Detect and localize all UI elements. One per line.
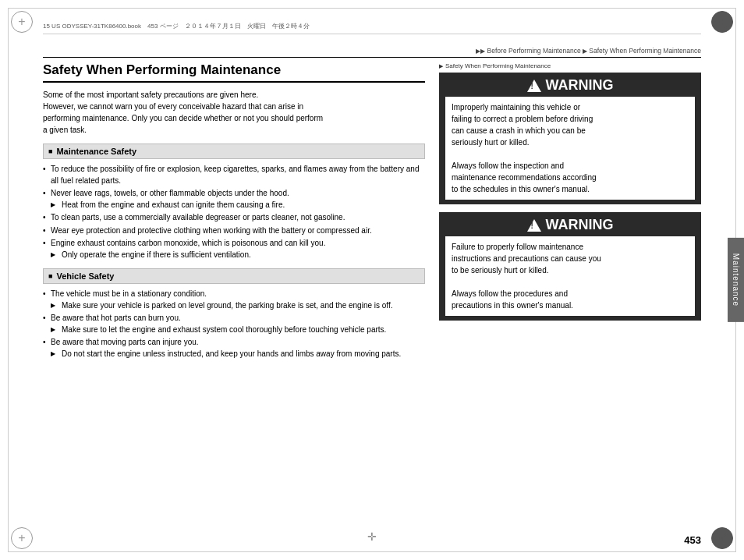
warning-box-1: WARNING Improperly maintaining this vehi… — [439, 73, 701, 204]
list-item: The vehicle must be in a stationary cond… — [43, 289, 425, 311]
corner-circle-tr — [711, 11, 733, 33]
breadcrumb-part2: Safety When Performing Maintenance — [589, 47, 701, 55]
left-column: Safety When Performing Maintenance Some … — [43, 62, 425, 525]
right-column: Safety When Performing Maintenance WARNI… — [439, 62, 701, 525]
sub-item: Make sure to let the engine and exhaust … — [51, 324, 425, 336]
intro-line2: However, we cannot warn you of every con… — [43, 102, 303, 111]
list-item: Be aware that moving parts can injure yo… — [43, 337, 425, 360]
corner-circle-tl — [11, 11, 33, 33]
top-meta: 15 US ODYSSEY-31TK86400.book 453 ページ ２０１… — [43, 22, 701, 34]
bottom-cross-icon: ✛ — [367, 530, 377, 543]
vehicle-safety-header: Vehicle Safety — [43, 268, 425, 284]
sub-item: Only operate the engine if there is suff… — [51, 250, 425, 261]
intro-line3: performing maintenance. Only you can dec… — [43, 114, 323, 122]
right-col-label: Safety When Performing Maintenance — [439, 62, 701, 69]
warning-triangle-icon-2 — [527, 219, 541, 232]
vehicle-safety-label: Vehicle Safety — [56, 271, 114, 281]
breadcrumb-part1: Before Performing Maintenance — [487, 47, 581, 55]
list-item: Engine exhaust contains carbon monoxide,… — [43, 238, 425, 261]
maintenance-safety-label: Maintenance Safety — [56, 147, 136, 156]
list-item: To clean parts, use a commercially avail… — [43, 212, 425, 224]
warning-title-2: WARNING — [445, 215, 695, 236]
sub-item: Do not start the engine unless instructe… — [51, 349, 425, 360]
maintenance-safety-list: To reduce the possibility of fire or exp… — [43, 164, 425, 261]
warning-triangle-icon-1 — [527, 80, 541, 92]
page-title: Safety When Performing Maintenance — [43, 62, 425, 83]
corner-circle-br — [711, 527, 733, 549]
right-col-label-text: Safety When Performing Maintenance — [445, 62, 551, 69]
breadcrumb: ▶▶ Before Performing Maintenance ▶ Safet… — [43, 47, 701, 58]
list-item: Wear eye protection and protective cloth… — [43, 225, 425, 237]
warning-title-1: WARNING — [445, 76, 695, 97]
page-number: 453 — [684, 534, 701, 546]
corner-circle-bl — [11, 527, 33, 549]
list-item: To reduce the possibility of fire or exp… — [43, 164, 425, 186]
warning-label-2: WARNING — [546, 217, 614, 233]
list-item: Never leave rags, towels, or other flamm… — [43, 188, 425, 211]
warning-body-2: Failure to properly follow maintenance i… — [445, 236, 695, 316]
vehicle-safety-list: The vehicle must be in a stationary cond… — [43, 289, 425, 360]
intro-text: Some of the most important safety precau… — [43, 89, 425, 136]
sub-item: Heat from the engine and exhaust can ign… — [51, 200, 425, 211]
warning-body-1: Improperly maintaining this vehicle or f… — [445, 97, 695, 200]
content-area: Safety When Performing Maintenance Some … — [43, 62, 701, 525]
sub-item: Make sure your vehicle is parked on leve… — [51, 300, 425, 312]
intro-line1: Some of the most important safety precau… — [43, 90, 258, 99]
warning-box-2: WARNING Failure to properly follow maint… — [439, 212, 701, 321]
file-info: 15 US ODYSSEY-31TK86400.book 453 ページ ２０１… — [43, 23, 310, 30]
maintenance-safety-header: Maintenance Safety — [43, 144, 425, 159]
side-tab: Maintenance — [728, 238, 744, 322]
warning-label-1: WARNING — [546, 77, 614, 94]
list-item: Be aware that hot parts can burn you. Ma… — [43, 313, 425, 335]
intro-line4: a given task. — [43, 126, 87, 134]
